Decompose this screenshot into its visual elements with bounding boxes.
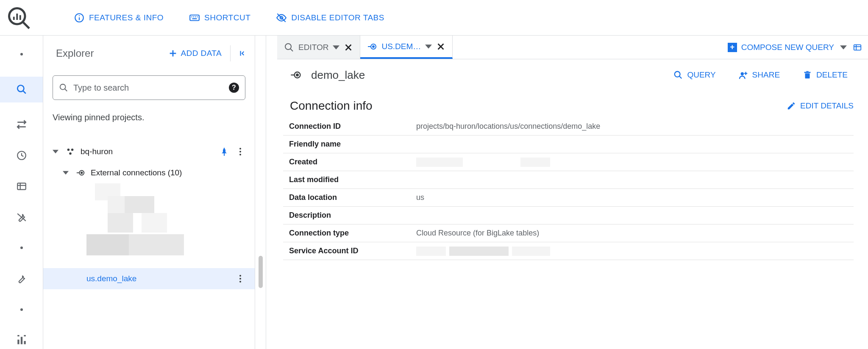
svg-point-16 — [17, 86, 24, 92]
rail-item-dot1[interactable] — [11, 46, 32, 63]
keyboard-icon — [189, 12, 200, 23]
query-button[interactable]: QUERY — [667, 67, 722, 83]
external-connections-row[interactable]: External connections (10) — [53, 162, 245, 183]
edit-details-button[interactable]: EDIT DETAILS — [787, 101, 854, 111]
compose-dropdown[interactable] — [840, 44, 847, 51]
rail-item-wrench[interactable] — [11, 270, 32, 288]
svg-rect-11 — [195, 16, 196, 17]
delete-button[interactable]: DELETE — [796, 67, 854, 83]
tab-connection-label: US.DEM… — [381, 42, 421, 51]
svg-point-50 — [285, 44, 291, 50]
resize-gutter-2[interactable] — [266, 36, 277, 349]
explorer-panel: Explorer ADD DATA Type to search ? Viewi… — [43, 36, 255, 349]
svg-point-57 — [373, 46, 374, 47]
svg-rect-13 — [192, 18, 197, 19]
bigquery-logo — [6, 5, 31, 30]
external-connections-label: External connections (10) — [91, 168, 245, 177]
info-row-connection-id: Connection ID projects/bq-huron/location… — [283, 118, 854, 136]
svg-rect-75 — [806, 71, 809, 72]
rail-item-dot3[interactable] — [11, 301, 32, 319]
svg-rect-28 — [17, 335, 19, 336]
svg-rect-26 — [20, 337, 22, 344]
tab-connection[interactable]: US.DEM… — [360, 36, 453, 59]
search-icon — [59, 83, 68, 92]
tab-editor[interactable]: EDITOR — [277, 36, 360, 59]
more-icon[interactable] — [235, 274, 245, 284]
section-title: Connection info — [290, 99, 787, 113]
features-info-label: FEATURES & INFO — [89, 13, 164, 22]
close-icon[interactable] — [436, 42, 445, 51]
info-key: Last modified — [289, 175, 416, 184]
info-key: Connection ID — [289, 122, 416, 131]
svg-point-49 — [239, 281, 241, 283]
pin-icon[interactable] — [219, 147, 229, 157]
resize-gutter[interactable] — [255, 36, 266, 349]
info-val — [416, 247, 854, 256]
rail-item-table[interactable] — [11, 177, 32, 195]
add-data-label: ADD DATA — [181, 49, 222, 58]
svg-line-51 — [290, 49, 293, 51]
svg-line-69 — [679, 76, 682, 79]
selected-connection-label: us.demo_lake — [86, 274, 235, 283]
svg-marker-58 — [425, 44, 432, 49]
close-icon[interactable] — [344, 43, 353, 52]
left-nav-rail — [0, 36, 43, 349]
svg-point-36 — [67, 149, 70, 151]
svg-rect-73 — [805, 73, 810, 78]
search-input[interactable]: Type to search ? — [53, 75, 245, 100]
svg-point-37 — [71, 149, 74, 151]
info-row-created: Created — [283, 153, 854, 171]
tab-editor-label: EDITOR — [298, 43, 328, 52]
features-info-button[interactable]: FEATURES & INFO — [74, 12, 164, 23]
rail-item-bars[interactable] — [11, 332, 32, 349]
chevron-down-icon[interactable] — [333, 44, 339, 51]
info-val — [416, 158, 854, 167]
svg-point-33 — [60, 84, 66, 90]
svg-rect-25 — [17, 339, 19, 344]
info-val: projects/bq-huron/locations/us/connectio… — [416, 122, 854, 131]
svg-rect-12 — [197, 16, 198, 17]
chevron-down-icon[interactable] — [425, 43, 432, 50]
rail-item-sql[interactable] — [0, 77, 43, 102]
svg-marker-52 — [333, 45, 339, 50]
connection-icon — [367, 42, 377, 52]
svg-rect-29 — [24, 335, 25, 336]
rail-item-wrench-off[interactable] — [11, 208, 32, 226]
info-key: Connection type — [289, 229, 416, 238]
viewing-pinned-label: Viewing pinned projects. — [53, 113, 245, 122]
plus-icon: + — [728, 43, 737, 52]
svg-rect-74 — [804, 72, 811, 73]
svg-point-70 — [740, 72, 743, 75]
info-row-service-account: Service Account ID — [283, 242, 854, 260]
shell: Explorer ADD DATA Type to search ? Viewi… — [0, 36, 868, 349]
bigquery-icon — [284, 42, 294, 53]
compose-new-query-button[interactable]: + COMPOSE NEW QUERY — [728, 43, 834, 52]
svg-point-68 — [675, 72, 680, 77]
collapse-explorer-button[interactable] — [230, 45, 246, 61]
disable-tabs-button[interactable]: DISABLE EDITOR TABS — [276, 12, 384, 23]
selected-connection-row[interactable]: us.demo_lake — [43, 268, 255, 289]
svg-marker-35 — [53, 150, 58, 153]
scrollbar-thumb[interactable] — [259, 256, 263, 288]
info-row-data-location: Data location us — [283, 189, 854, 207]
rail-item-scheduled[interactable] — [11, 147, 32, 164]
more-icon[interactable] — [235, 147, 245, 157]
shortcut-button[interactable]: SHORTCUT — [189, 12, 250, 23]
svg-point-7 — [79, 15, 80, 16]
info-key: Friendly name — [289, 140, 416, 149]
svg-point-67 — [296, 74, 298, 76]
rail-item-transfers[interactable] — [11, 116, 32, 133]
info-key: Service Account ID — [289, 247, 416, 255]
table-icon[interactable] — [853, 43, 862, 52]
share-button[interactable]: SHARE — [732, 67, 787, 83]
search-help-icon[interactable]: ? — [229, 83, 239, 93]
connection-icon — [290, 69, 302, 81]
delete-label: DELETE — [816, 70, 848, 80]
rail-item-dot2[interactable] — [11, 239, 32, 257]
add-data-button[interactable]: ADD DATA — [168, 49, 230, 58]
tab-bar: EDITOR US.DEM… + COMPOSE NEW QUERY — [277, 36, 868, 59]
project-row[interactable]: bq-huron — [53, 141, 245, 162]
svg-point-47 — [239, 275, 241, 277]
caret-down-icon — [53, 149, 61, 155]
connection-icon — [75, 167, 86, 179]
